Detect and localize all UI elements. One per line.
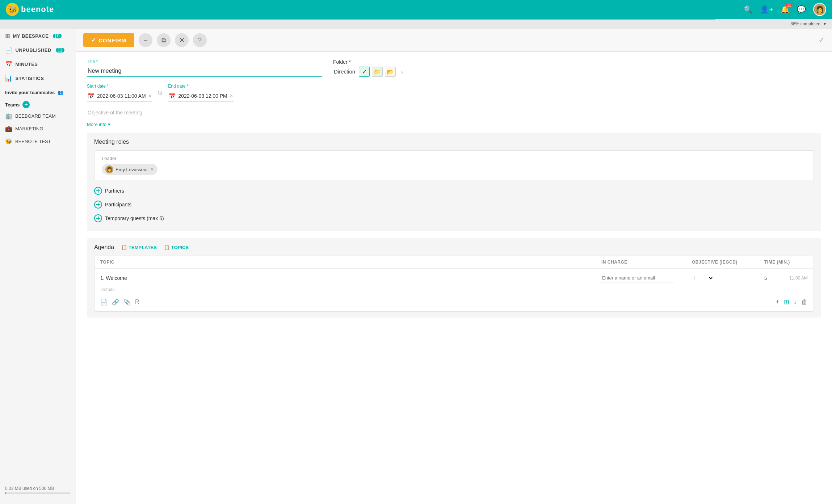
format-icon[interactable]: R [135, 299, 139, 305]
title-input[interactable] [87, 66, 322, 77]
agenda-section: Agenda 📋 TEMPLATES 📋 TOPICS TOPIC IN CHA… [87, 238, 821, 318]
close-icon: ✕ [179, 36, 185, 44]
chat-icon[interactable]: 💬 [797, 5, 806, 14]
more-info-button[interactable]: More info ▾ [87, 122, 821, 127]
sidebar-item-mybeespace[interactable]: ⊞ MY BEESPACE (1) [0, 29, 76, 43]
copy-button[interactable]: ⧉ [157, 33, 171, 47]
search-icon[interactable]: 🔍 [744, 5, 753, 14]
team-icon-beeboard: 🏢 [5, 113, 12, 119]
minus-button[interactable]: − [139, 33, 152, 47]
close-button[interactable]: ✕ [175, 33, 189, 47]
col-topic: TOPIC [100, 260, 601, 265]
confirm-label: CONFIRM [98, 37, 126, 43]
add-row-icon[interactable]: + [776, 298, 780, 306]
folder-expand-icon[interactable]: › [401, 68, 403, 76]
templates-tab[interactable]: 📋 TEMPLATES [121, 245, 157, 250]
sidebar-item-beenote-test[interactable]: 🐝 BEENOTE TEST [0, 135, 76, 148]
agenda-table-header: TOPIC IN CHARGE OBJECTIVE (IEGCD) TIME (… [94, 256, 814, 269]
leader-name: Emy Levasseur [115, 167, 148, 172]
toolbar: ✓ CONFIRM − ⧉ ✕ ? ✓ [76, 29, 832, 52]
end-date-field: End date * 📅 2022-06-03 12:00 PM ✕ [168, 84, 234, 102]
paperclip-icon[interactable]: 📎 [123, 299, 131, 306]
partners-add[interactable]: + Partners [94, 184, 814, 198]
agenda-title: Agenda [94, 244, 114, 251]
bee-emoji: 🐝 [8, 5, 17, 14]
guests-label: Temporary guests (max 5) [105, 215, 164, 221]
agenda-tools: Details [100, 285, 115, 297]
bee-icon: 🐝 [6, 3, 19, 16]
add-person-icon[interactable]: 👤+ [760, 5, 773, 14]
folder-value: Direction [333, 66, 356, 77]
sidebar-item-minutes[interactable]: 📅 MINUTES [0, 57, 76, 71]
link-icon[interactable]: 🔗 [112, 299, 119, 306]
partners-add-icon: + [94, 187, 102, 195]
main-layout: ⊞ MY BEESPACE (1) 📄 UNPUBLISHED (1) 📅 MI… [0, 29, 832, 504]
form-area: Title * Folder * Direction ✓ 📁 📂 › [76, 52, 832, 325]
progress-chevron-icon[interactable]: ▼ [823, 21, 827, 26]
bell-badge: 11 [786, 3, 793, 8]
guests-add[interactable]: + Temporary guests (max 5) [94, 211, 814, 225]
details-placeholder[interactable]: Details [100, 285, 115, 294]
invite-teammates-label: Invite your teammates 👥 [0, 85, 76, 97]
delete-icon[interactable]: 🗑 [801, 298, 808, 306]
sidebar: ⊞ MY BEESPACE (1) 📄 UNPUBLISHED (1) 📅 MI… [0, 29, 76, 504]
start-date-label: Start date * [87, 84, 152, 89]
sidebar-item-marketing[interactable]: 💼 MARKETING [0, 122, 76, 135]
top-nav: 🐝 beenote 🔍 👤+ 🔔 11 💬 👩 [0, 0, 832, 19]
topics-tab[interactable]: 📋 TOPICS [164, 245, 189, 250]
help-button[interactable]: ? [193, 33, 207, 47]
folder-check-btn[interactable]: ✓ [359, 67, 370, 77]
add-team-button[interactable]: + [22, 101, 30, 108]
participants-add-icon: + [94, 201, 102, 209]
add-sub-icon[interactable]: ⊞ [784, 298, 789, 306]
storage-text: 0.03 MB used on 500 MB [5, 486, 54, 491]
folder-yellow-btn[interactable]: 📂 [385, 67, 396, 77]
agenda-row-footer: Details [100, 285, 808, 297]
content-area: ✓ CONFIRM − ⧉ ✕ ? ✓ Title * [76, 29, 832, 504]
start-date-value[interactable]: 📅 2022-06-03 11:00 AM ✕ [87, 90, 152, 102]
date-to-label: to [158, 90, 163, 96]
statistics-icon: 📊 [5, 75, 13, 82]
copy-icon: ⧉ [161, 37, 166, 44]
templates-tab-icon: 📋 [121, 245, 127, 250]
folder-green-btn[interactable]: 📁 [372, 67, 383, 77]
time-stamp: 11:00 AM [789, 276, 808, 281]
nav-actions: 🔍 👤+ 🔔 11 💬 👩 [744, 3, 826, 16]
objective-dropdown[interactable]: I E G C D [692, 275, 714, 281]
teams-label: Teams [5, 102, 20, 108]
storage-bar-fill [5, 492, 6, 494]
agenda-header: Agenda 📋 TEMPLATES 📋 TOPICS [94, 244, 814, 251]
time-value: 5 [764, 276, 767, 281]
calendar-icon: 📅 [88, 92, 95, 99]
move-down-icon[interactable]: ↓ [794, 298, 797, 306]
objective-select: I E G C D [692, 275, 764, 281]
topic-title: Welcome [106, 275, 127, 281]
in-charge-input[interactable] [601, 274, 674, 282]
end-date-value[interactable]: 📅 2022-06-03 12:00 PM ✕ [168, 90, 234, 102]
confirm-button[interactable]: ✓ CONFIRM [83, 33, 134, 47]
sidebar-item-statistics[interactable]: 📊 STATISTICS [0, 71, 76, 85]
objective-placeholder[interactable]: Objective of the meeting [87, 108, 821, 118]
end-date-clear-icon[interactable]: ✕ [230, 93, 233, 98]
folder-field: Folder * Direction ✓ 📁 📂 › [333, 59, 821, 77]
invite-text: Invite your teammates [5, 90, 55, 95]
more-info-chevron-icon: ▾ [108, 122, 110, 127]
logo: 🐝 beenote [6, 3, 54, 16]
start-date-field: Start date * 📅 2022-06-03 11:00 AM ✕ [87, 84, 152, 102]
table-row: 1. Welcome I E G C D [94, 269, 814, 311]
topic-number: 1. [100, 275, 105, 281]
start-date-clear-icon[interactable]: ✕ [148, 93, 152, 98]
team-icon-marketing: 💼 [5, 125, 12, 132]
sidebar-item-beeboard[interactable]: 🏢 BEEBOARD TEAM [0, 110, 76, 122]
leader-remove-icon[interactable]: ✕ [150, 167, 154, 172]
toolbar-check-icon[interactable]: ✓ [818, 35, 825, 45]
participants-add[interactable]: + Participants [94, 198, 814, 211]
statistics-label: STATISTICS [16, 76, 44, 81]
sidebar-item-unpublished[interactable]: 📄 UNPUBLISHED (1) [0, 43, 76, 57]
unpublished-icon: 📄 [5, 47, 13, 54]
col-incharge: IN CHARGE [601, 260, 692, 265]
bell-icon[interactable]: 🔔 11 [781, 5, 790, 14]
avatar[interactable]: 👩 [813, 3, 826, 16]
attach-doc-icon[interactable]: 📄 [100, 299, 108, 306]
mybeespace-badge: (1) [53, 34, 62, 38]
